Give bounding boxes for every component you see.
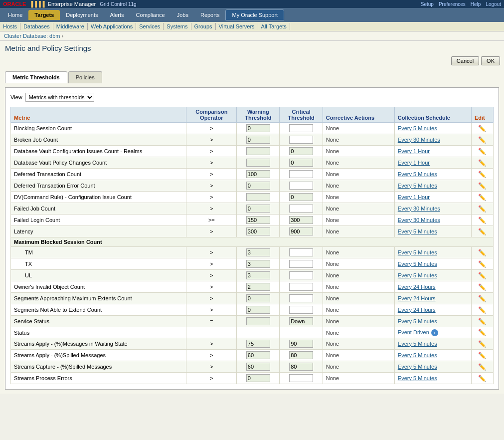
logout-link[interactable]: Logout [486, 1, 501, 7]
critical-threshold-input[interactable] [289, 216, 313, 224]
schedule-link[interactable]: Every 1 Hour [398, 194, 430, 200]
critical-threshold-input[interactable] [289, 227, 313, 235]
critical-threshold-input[interactable] [289, 271, 313, 279]
critical-threshold-input[interactable] [289, 374, 313, 382]
warning-threshold-input[interactable] [246, 170, 270, 178]
schedule-link[interactable]: Every 5 Minutes [398, 341, 437, 347]
critical-threshold-input[interactable] [289, 294, 313, 302]
tab-jobs[interactable]: Jobs [171, 10, 194, 20]
schedule-link[interactable]: Every 5 Minutes [398, 318, 437, 324]
schedule-link[interactable]: Every 24 Hours [398, 284, 436, 290]
edit-icon[interactable]: ✏️ [478, 194, 486, 201]
warning-threshold-input[interactable] [246, 363, 270, 371]
critical-threshold-input[interactable] [289, 182, 313, 190]
edit-icon[interactable]: ✏️ [478, 283, 486, 291]
critical-threshold-input[interactable] [289, 340, 313, 348]
critical-threshold-input[interactable] [289, 136, 313, 144]
schedule-link[interactable]: Every 30 Minutes [398, 217, 440, 223]
edit-icon[interactable]: ✏️ [478, 352, 486, 359]
warning-threshold-input[interactable] [246, 260, 270, 268]
warning-threshold-input[interactable] [246, 205, 270, 213]
warning-threshold-input[interactable] [246, 317, 270, 325]
secnav-databases[interactable]: Databases [20, 23, 53, 30]
critical-threshold-input[interactable] [289, 306, 313, 314]
edit-icon[interactable]: ✏️ [478, 363, 486, 371]
warning-threshold-input[interactable] [246, 374, 270, 382]
tab-alerts[interactable]: Alerts [104, 10, 130, 20]
tab-policies[interactable]: Policies [68, 71, 102, 83]
edit-icon[interactable]: ✏️ [478, 217, 486, 224]
schedule-link[interactable]: Every 30 Minutes [398, 206, 440, 212]
edit-icon[interactable]: ✏️ [478, 159, 486, 167]
edit-icon[interactable]: ✏️ [478, 136, 486, 144]
view-select[interactable]: Metrics with thresholds [25, 93, 94, 102]
secnav-virtual-servers[interactable]: Virtual Servers [216, 23, 258, 30]
edit-icon[interactable]: ✏️ [478, 340, 486, 348]
edit-icon[interactable]: ✏️ [478, 306, 486, 314]
schedule-link[interactable]: Every 5 Minutes [398, 171, 437, 177]
ok-button[interactable]: OK [481, 56, 500, 65]
edit-icon[interactable]: ✏️ [478, 375, 486, 382]
critical-threshold-input[interactable] [289, 193, 313, 201]
schedule-link[interactable]: Every 24 Hours [398, 295, 436, 301]
secnav-hosts[interactable]: Hosts [3, 23, 20, 30]
schedule-link[interactable]: Every 5 Minutes [398, 364, 437, 370]
warning-threshold-input[interactable] [246, 124, 270, 132]
schedule-link[interactable]: Every 5 Minutes [398, 183, 437, 189]
setup-link[interactable]: Setup [421, 1, 434, 7]
warning-threshold-input[interactable] [246, 159, 270, 167]
critical-threshold-input[interactable] [289, 159, 313, 167]
secnav-middleware[interactable]: Middleware [53, 23, 88, 30]
schedule-link[interactable]: Every 5 Minutes [398, 125, 437, 131]
edit-icon[interactable]: ✏️ [478, 318, 486, 325]
help-link[interactable]: Help [471, 1, 481, 7]
edit-icon[interactable]: ✏️ [478, 329, 486, 336]
edit-icon[interactable]: ✏️ [478, 228, 486, 235]
edit-icon[interactable]: ✏️ [478, 148, 486, 155]
schedule-link[interactable]: Every 24 Hours [398, 307, 436, 313]
warning-threshold-input[interactable] [246, 340, 270, 348]
schedule-link[interactable]: Every 1 Hour [398, 148, 430, 154]
secnav-all-targets[interactable]: All Targets [258, 23, 290, 30]
secnav-services[interactable]: Services [136, 23, 164, 30]
warning-threshold-input[interactable] [246, 283, 270, 291]
schedule-link[interactable]: Every 5 Minutes [398, 375, 437, 381]
edit-icon[interactable]: ✏️ [478, 295, 486, 302]
edit-icon[interactable]: ✏️ [478, 125, 486, 132]
critical-threshold-input[interactable] [289, 283, 313, 291]
warning-threshold-input[interactable] [246, 294, 270, 302]
secnav-web-applications[interactable]: Web Applications [88, 23, 136, 30]
critical-threshold-input[interactable] [289, 147, 313, 155]
critical-threshold-input[interactable] [289, 363, 313, 371]
warning-threshold-input[interactable] [246, 193, 270, 201]
critical-threshold-input[interactable] [289, 351, 313, 359]
schedule-link[interactable]: Every 30 Minutes [398, 137, 440, 143]
schedule-link[interactable]: Every 1 Hour [398, 160, 430, 166]
tab-deployments[interactable]: Deployments [60, 10, 104, 20]
critical-threshold-input[interactable] [289, 248, 313, 256]
info-icon[interactable]: i [431, 329, 438, 336]
warning-threshold-input[interactable] [246, 248, 270, 256]
critical-threshold-input[interactable] [289, 317, 313, 325]
schedule-link[interactable]: Every 5 Minutes [398, 261, 437, 267]
edit-icon[interactable]: ✏️ [478, 182, 486, 190]
warning-threshold-input[interactable] [246, 227, 270, 235]
edit-icon[interactable]: ✏️ [478, 260, 486, 268]
schedule-link[interactable]: Every 5 Minutes [398, 352, 437, 358]
schedule-link[interactable]: Every 5 Minutes [398, 272, 437, 278]
tab-reports[interactable]: Reports [194, 10, 226, 20]
tab-metric-thresholds[interactable]: Metric Thresholds [5, 71, 67, 83]
warning-threshold-input[interactable] [246, 216, 270, 224]
warning-threshold-input[interactable] [246, 351, 270, 359]
tab-compliance[interactable]: Compliance [130, 10, 171, 20]
secnav-groups[interactable]: Groups [191, 23, 216, 30]
edit-icon[interactable]: ✏️ [478, 205, 486, 213]
preferences-link[interactable]: Preferences [439, 1, 466, 7]
warning-threshold-input[interactable] [246, 182, 270, 190]
secnav-systems[interactable]: Systems [164, 23, 191, 30]
schedule-link[interactable]: Every 5 Minutes [398, 249, 437, 255]
tab-home[interactable]: Home [2, 10, 28, 20]
warning-threshold-input[interactable] [246, 271, 270, 279]
cancel-button[interactable]: Cancel [451, 56, 479, 65]
schedule-link[interactable]: Event Driven [398, 329, 429, 335]
